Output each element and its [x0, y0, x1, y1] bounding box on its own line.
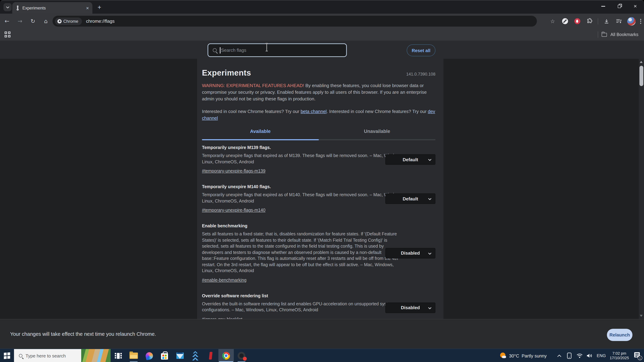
chrome-button[interactable] — [218, 349, 234, 362]
tab-unavailable[interactable]: Unavailable — [319, 129, 436, 134]
flag-state-select[interactable]: Disabled — [385, 248, 436, 259]
flag-state-select[interactable]: Default — [385, 193, 436, 204]
flag-state-value: Default — [403, 196, 418, 201]
media-controls-icon[interactable] — [615, 17, 623, 25]
start-button[interactable] — [0, 349, 14, 362]
bookmark-star-icon[interactable]: ☆ — [549, 17, 556, 25]
wifi-button[interactable] — [576, 352, 583, 360]
flags-page: Search flags Reset all Experiments 141.0… — [0, 40, 644, 349]
windows-logo-icon — [4, 352, 10, 359]
update-assistant-button[interactable] — [188, 349, 203, 362]
flag-row: Temporarily unexpire M139 flags. Tempora… — [202, 145, 436, 174]
downloads-icon[interactable] — [603, 17, 610, 25]
windows-taskbar: Type here to search — [0, 349, 644, 362]
speaker-icon — [587, 353, 593, 358]
site-chip-label: Chrome — [63, 19, 78, 23]
tab-close-icon[interactable]: × — [86, 5, 89, 10]
tab-search-button[interactable] — [4, 3, 12, 11]
file-explorer-icon — [130, 353, 138, 359]
mail-button[interactable] — [172, 349, 188, 362]
address-bar[interactable]: Chrome chrome://flags — [52, 16, 537, 26]
search-highlight-image[interactable] — [81, 349, 110, 362]
nav-buttons: ← → ↻ ⌂ — [3, 14, 50, 29]
flag-permalink[interactable]: #temporary-unexpire-flags-m139 — [202, 169, 266, 173]
bookmarks-right: All Bookmarks — [598, 29, 638, 40]
copilot-button[interactable] — [142, 349, 157, 362]
chevrons-shield-icon — [192, 351, 198, 361]
back-button[interactable]: ← — [3, 17, 11, 25]
tabs-underline — [202, 139, 436, 140]
taskbar-search-input[interactable]: Type here to search — [14, 349, 110, 362]
microsoft-store-button[interactable] — [157, 349, 172, 362]
toolbar-actions: ☆ — [549, 14, 641, 29]
flag-description: Sets all features to a fixed state; that… — [202, 231, 403, 274]
scroll-down-arrow-icon[interactable] — [640, 315, 642, 317]
beta-channel-link[interactable]: beta channel — [301, 109, 327, 114]
red-app-button[interactable] — [203, 349, 218, 362]
chevron-down-icon — [428, 198, 432, 200]
maximize-button[interactable] — [615, 2, 623, 10]
home-button[interactable]: ⌂ — [42, 17, 50, 25]
flag-state-select[interactable]: Default — [385, 154, 436, 165]
extension-red-icon[interactable] — [573, 17, 581, 25]
warning-strong: WARNING: EXPERIMENTAL FEATURES AHEAD! — [202, 83, 304, 88]
page-scrollbar[interactable] — [639, 59, 644, 319]
flag-description: Temporarily unexpire flags that expired … — [202, 192, 403, 204]
phone-link-button[interactable] — [566, 352, 572, 360]
all-bookmarks-button[interactable]: All Bookmarks — [610, 32, 638, 37]
flag-permalink[interactable]: #ignore-gpu-blocklist — [202, 317, 242, 319]
flags-content: Experiments 141.0.7390.108 WARNING: EXPE… — [197, 59, 444, 319]
chrome-logo-icon — [58, 19, 62, 23]
copilot-icon — [145, 351, 154, 360]
file-explorer-button[interactable] — [126, 349, 142, 362]
browser-menu-icon[interactable] — [640, 19, 641, 23]
profile-avatar[interactable] — [627, 17, 636, 25]
store-icon — [161, 353, 168, 360]
action-center-button[interactable]: 1 — [634, 352, 641, 359]
weather-widget[interactable]: 30°C Partly sunny — [500, 352, 547, 359]
apps-grid-icon[interactable] — [4, 31, 10, 37]
chevron-down-icon — [428, 307, 432, 309]
relaunch-message: Your changes will take effect the next t… — [10, 331, 156, 337]
flag-state-select[interactable]: Disabled — [385, 302, 436, 313]
search-input[interactable]: Search flags — [208, 43, 347, 57]
channels-part2: . Interested in cool new Chrome features… — [327, 109, 428, 114]
extension-white-icon[interactable] — [561, 17, 569, 25]
flag-name: Enable benchmarking — [202, 224, 436, 228]
relaunch-toast: Your changes will take effect the next t… — [0, 319, 644, 349]
bookmarks-separator — [598, 31, 598, 38]
volume-button[interactable] — [586, 352, 593, 360]
clock-widget[interactable]: 7:02 pm 17/10/2025 — [610, 351, 629, 361]
reload-button[interactable]: ↻ — [29, 17, 37, 25]
minimize-button[interactable] — [599, 2, 607, 10]
language-indicator[interactable]: ENG — [597, 353, 606, 358]
chevron-down-icon — [428, 253, 432, 255]
tab-available[interactable]: Available — [202, 129, 319, 134]
channels-part1: Interested in cool new Chrome features? … — [202, 109, 301, 114]
scrollbar-thumb[interactable] — [640, 66, 643, 86]
flags-tabs: Available Unavailable — [202, 129, 436, 134]
flag-permalink[interactable]: #enable-benchmarking — [202, 278, 246, 282]
scroll-up-arrow-icon[interactable] — [640, 61, 642, 63]
chevron-down-icon — [428, 159, 432, 161]
relaunch-button[interactable]: Relaunch — [607, 329, 632, 341]
window-close-button[interactable]: × — [632, 2, 639, 10]
flag-name: Temporarily unexpire M140 flags. — [202, 184, 436, 189]
site-chip[interactable]: Chrome — [55, 17, 82, 25]
new-tab-button[interactable]: + — [95, 3, 104, 11]
wifi-icon — [576, 353, 583, 358]
tab-experiments[interactable]: Experiments × — [12, 2, 92, 14]
hidden-icons-chevron[interactable] — [556, 352, 562, 360]
forward-button[interactable]: → — [16, 17, 24, 25]
toolbar-separator — [598, 18, 598, 24]
task-view-button[interactable] — [110, 349, 126, 362]
reset-all-button[interactable]: Reset all — [407, 44, 436, 56]
flask-icon — [16, 5, 20, 10]
screen: Experiments × + × ← → ↻ ⌂ Chrome chrome:… — [0, 0, 644, 362]
flag-permalink[interactable]: #temporary-unexpire-flags-m140 — [202, 208, 266, 213]
flag-name: Override software rendering list — [202, 293, 436, 298]
flag-state-value: Disabled — [401, 305, 420, 310]
flag-state-value: Disabled — [401, 251, 420, 256]
extensions-puzzle-icon[interactable] — [586, 17, 593, 25]
obs-button[interactable] — [234, 349, 249, 362]
